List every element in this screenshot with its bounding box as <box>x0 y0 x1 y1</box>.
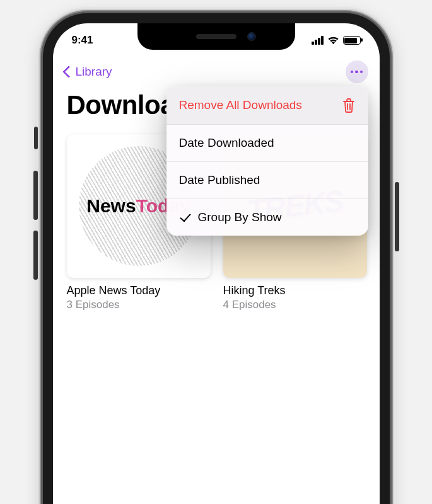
menu-item-remove-all-downloads[interactable]: Remove All Downloads <box>166 86 368 125</box>
nav-bar: Library <box>53 58 380 86</box>
volume-up-button[interactable] <box>33 171 38 220</box>
chevron-left-icon <box>62 66 75 78</box>
mute-switch[interactable] <box>34 127 38 149</box>
menu-item-label: Remove All Downloads <box>179 98 302 112</box>
power-button[interactable] <box>395 182 399 251</box>
show-title: Apple News Today <box>67 284 211 297</box>
volume-down-button[interactable] <box>33 231 38 280</box>
menu-item-date-published[interactable]: Date Published <box>166 162 368 199</box>
screen: 9:41 Library Downloaded <box>53 23 380 504</box>
trash-icon <box>342 98 356 113</box>
menu-item-label: Date Downloaded <box>179 136 274 150</box>
back-button[interactable]: Library <box>64 65 112 79</box>
menu-item-date-downloaded[interactable]: Date Downloaded <box>166 125 368 162</box>
speaker-grille <box>196 34 236 39</box>
back-label: Library <box>76 65 112 79</box>
battery-icon <box>343 36 361 45</box>
notch <box>137 23 295 50</box>
menu-item-label: Group By Show <box>198 210 282 224</box>
show-title: Hiking Treks <box>223 284 367 297</box>
context-menu: Remove All Downloads Date Downloaded Dat… <box>166 86 368 236</box>
menu-item-label: Date Published <box>179 173 260 187</box>
front-camera <box>247 32 256 41</box>
show-subtitle: 4 Episodes <box>223 299 367 311</box>
menu-item-group-by-show[interactable]: Group By Show <box>166 199 368 236</box>
wifi-icon <box>327 36 339 45</box>
cellular-signal-icon <box>312 36 324 45</box>
status-time: 9:41 <box>72 34 93 47</box>
show-subtitle: 3 Episodes <box>67 299 211 311</box>
check-icon <box>180 210 190 222</box>
more-options-button[interactable] <box>346 60 368 83</box>
phone-frame: 9:41 Library Downloaded <box>43 13 390 504</box>
